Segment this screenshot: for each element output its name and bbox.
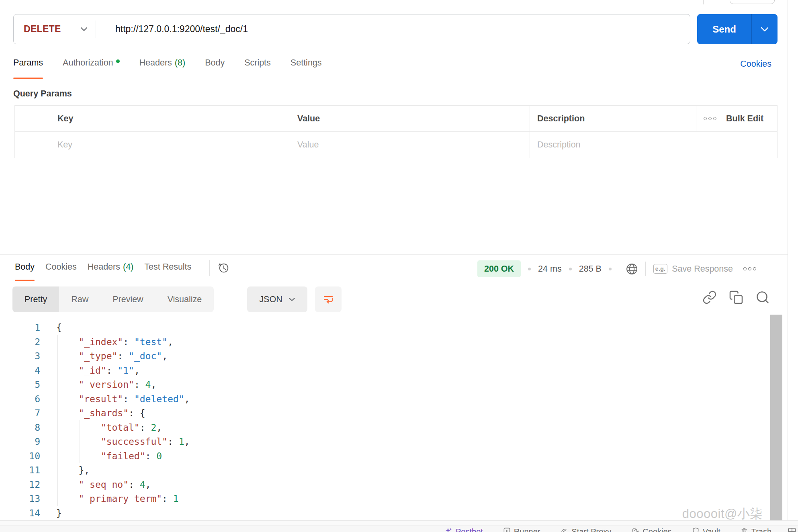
tab-settings[interactable]: Settings: [291, 58, 322, 79]
postbot-icon: [444, 527, 452, 532]
tab-label: Body: [205, 58, 225, 68]
vertical-scrollbar[interactable]: [770, 315, 782, 520]
response-status-bar: 200 OK 24 ms 285 B e.g. Save Response: [477, 260, 756, 277]
value-column-header: Value: [290, 106, 530, 131]
response-tab-headers[interactable]: Headers(4): [88, 262, 134, 281]
url-input[interactable]: [96, 24, 690, 35]
status-divider: [645, 262, 646, 276]
tab-label: Body: [15, 262, 35, 272]
response-more-options-icon[interactable]: [743, 267, 756, 270]
history-clock-icon[interactable]: [218, 262, 230, 276]
postman-app-window: DELETE Send ParamsAuthorizationHeaders(8…: [0, 0, 798, 532]
response-body-json[interactable]: 1{2 "_index": "test",3 "_type": "_doc",4…: [0, 321, 190, 520]
send-button[interactable]: Send: [697, 14, 778, 44]
response-tab-cookies[interactable]: Cookies: [45, 262, 77, 281]
top-partial-button[interactable]: [730, 0, 775, 4]
code-line: 5 "_version": 4,: [0, 378, 190, 392]
top-chrome-divider: [703, 0, 704, 4]
line-number: 11: [0, 463, 40, 478]
code-line: 8 "total": 2,: [0, 421, 190, 435]
status-badge[interactable]: 200 OK: [477, 260, 521, 277]
vault-icon: [692, 527, 700, 532]
response-view-switcher: PrettyRawPreviewVisualize: [12, 286, 214, 312]
param-value-input[interactable]: [297, 140, 530, 150]
response-tab-body[interactable]: Body: [15, 262, 35, 281]
link-icon[interactable]: [702, 290, 717, 305]
method-label: DELETE: [24, 24, 61, 35]
query-params-header-row: Key Value Description Bulk Edit: [15, 106, 777, 131]
tab-label: Headers: [139, 58, 172, 68]
runner-icon: [503, 527, 511, 532]
save-response-button[interactable]: Save Response: [672, 264, 733, 274]
view-tab-pretty[interactable]: Pretty: [12, 286, 59, 312]
view-tab-visualize[interactable]: Visualize: [156, 286, 214, 312]
tab-authorization[interactable]: Authorization: [63, 58, 120, 79]
footer-runner-button[interactable]: Runner: [503, 527, 540, 532]
watermark: dooooit@小柒: [682, 505, 763, 522]
line-number: 9: [0, 435, 40, 449]
code-line: 6 "result": "deleted",: [0, 392, 190, 407]
tab-headers[interactable]: Headers(8): [139, 58, 186, 79]
separator-dot: [609, 268, 612, 270]
param-description-input[interactable]: [537, 140, 777, 150]
tab-label: Cookies: [45, 262, 77, 272]
footer-postbot-button[interactable]: Postbot: [444, 527, 483, 532]
line-number: 14: [0, 506, 40, 521]
view-tab-raw[interactable]: Raw: [59, 286, 100, 312]
select-column-header: [15, 106, 50, 131]
footer-cookies-button[interactable]: Cookies: [631, 527, 671, 532]
example-badge-icon: e.g.: [653, 264, 667, 274]
response-tabs: BodyCookiesHeaders(4)Test Results: [15, 262, 230, 281]
trash-icon: [741, 527, 748, 532]
tab-scripts[interactable]: Scripts: [244, 58, 271, 79]
code-line: 7 "_shards": {: [0, 406, 190, 421]
response-time[interactable]: 24 ms: [538, 264, 562, 274]
bulk-edit-cell: Bulk Edit: [696, 106, 777, 131]
param-key-input[interactable]: [57, 140, 290, 150]
response-size[interactable]: 285 B: [579, 264, 602, 274]
separator-dot: [528, 268, 531, 270]
line-number: 13: [0, 492, 40, 506]
auth-configured-dot: [116, 59, 120, 63]
code-line: 2 "_index": "test",: [0, 335, 190, 350]
indent-guide: [57, 335, 58, 506]
copy-icon[interactable]: [729, 290, 743, 305]
footer-item-label: Runner: [514, 527, 540, 532]
row-select-cell[interactable]: [15, 132, 50, 158]
tab-params[interactable]: Params: [13, 58, 43, 79]
code-line: 3 "_type": "_doc",: [0, 349, 190, 364]
footer-item-label: Start Proxy: [571, 527, 611, 532]
beautify-button[interactable]: [315, 286, 342, 312]
line-number: 10: [0, 449, 40, 464]
search-icon[interactable]: [755, 290, 770, 305]
footer-start-proxy-button[interactable]: Start Proxy: [560, 527, 611, 532]
code-line: 14}: [0, 506, 190, 521]
code-toolbar-icons: [702, 290, 770, 305]
tab-label: Test Results: [144, 262, 191, 272]
cookies-link[interactable]: Cookies: [740, 59, 771, 69]
tab-body[interactable]: Body: [205, 58, 225, 79]
footer-item-label: Vault: [703, 527, 720, 532]
line-number: 4: [0, 364, 40, 378]
method-dropdown[interactable]: DELETE: [14, 14, 96, 44]
format-dropdown[interactable]: JSON: [247, 286, 307, 312]
start-proxy-icon: [560, 527, 568, 532]
line-number: 2: [0, 335, 40, 350]
send-button-label[interactable]: Send: [697, 14, 751, 44]
footer-vault-button[interactable]: Vault: [692, 527, 720, 532]
code-line: 1{: [0, 321, 190, 335]
footer-trash-button[interactable]: Trash: [741, 527, 771, 532]
line-number: 3: [0, 349, 40, 364]
network-globe-icon[interactable]: [625, 262, 638, 276]
query-params-title: Query Params: [13, 89, 72, 99]
view-tab-preview[interactable]: Preview: [100, 286, 155, 312]
bulk-edit-button[interactable]: Bulk Edit: [726, 114, 763, 124]
tab-label: Settings: [291, 58, 322, 68]
send-options-caret[interactable]: [752, 14, 778, 44]
more-options-icon[interactable]: [704, 117, 716, 120]
indent-guide: [80, 420, 80, 463]
tab-label: Scripts: [244, 58, 271, 68]
response-tab-test-results[interactable]: Test Results: [144, 262, 191, 281]
layout-grid-icon[interactable]: [788, 527, 796, 532]
request-tabs: ParamsAuthorizationHeaders(8)BodyScripts…: [13, 58, 322, 79]
